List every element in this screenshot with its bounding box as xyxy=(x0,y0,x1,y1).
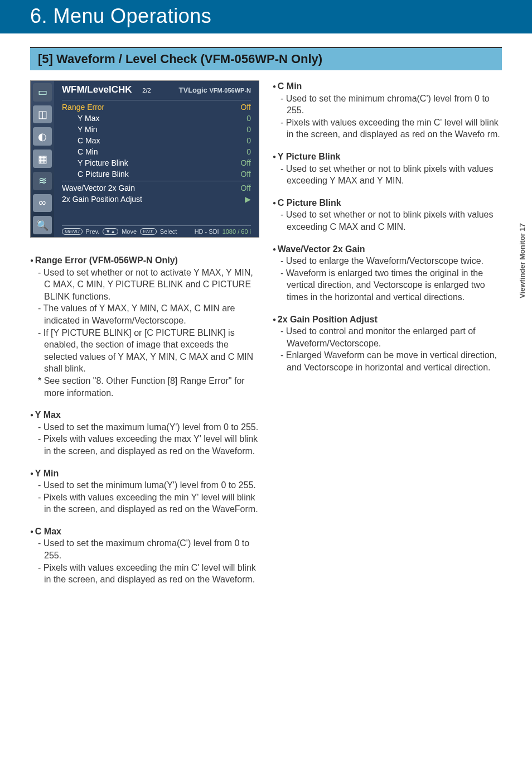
item-subline: - The values of Y MAX, Y MIN, C MAX, C M… xyxy=(38,302,259,326)
menu-button-label: MENU xyxy=(62,228,83,235)
item-note: * See section "8. Other Function [8] Ran… xyxy=(30,375,259,399)
item-heading: Y Picture Blink xyxy=(273,151,502,163)
ent-button-label: ENT. xyxy=(140,228,157,235)
menu-item: Range ErrorOff xyxy=(62,102,251,113)
menu-item-label: Y Picture Blink xyxy=(62,158,128,167)
doc-item: C Picture Blink- Used to set whether or … xyxy=(273,197,502,233)
menu-model: VFM-056WP-N xyxy=(209,87,251,94)
menu-item-label: Range Error xyxy=(62,103,104,112)
left-column: ▭ ◫ ◐ ▦ ≋ ∞ 🔍 WFM/LevelCHK 2/2 TVLogic V… xyxy=(30,80,259,596)
menu-screenshot: ▭ ◫ ◐ ▦ ≋ ∞ 🔍 WFM/LevelCHK 2/2 TVLogic V… xyxy=(30,80,259,238)
side-page-label: Viewfinder Monitor 17 xyxy=(518,223,526,298)
item-heading: Y Min xyxy=(30,467,259,480)
menu-item: Y Min0 xyxy=(62,124,251,135)
item-subline: - Used to set the minimum chroma(C') lev… xyxy=(280,93,502,117)
waveform-icon: ≋ xyxy=(33,172,52,190)
item-sublist: - Used to control and monitor the enlarg… xyxy=(273,325,502,373)
menu-item-label: C Min xyxy=(62,147,98,156)
menu-item-label: Y Min xyxy=(62,125,98,134)
menu-item-value: Off xyxy=(241,184,251,192)
item-subline: - Used to set whether or not to blink pi… xyxy=(280,163,502,187)
item-subline: - Pixels with values exceeding the min Y… xyxy=(38,491,259,515)
doc-item: Range Error (VFM-056WP-N Only)- Used to … xyxy=(30,254,259,399)
item-sublist: - Used to set the minimum luma(Y') level… xyxy=(30,479,259,515)
item-sublist: - Used to set whether or not to blink pi… xyxy=(273,209,502,233)
menu-item-label: C Picture Blink xyxy=(62,170,129,179)
foot-signal: HD - SDI xyxy=(195,228,219,235)
foot-select: Select xyxy=(160,228,177,235)
item-subline: - Pixels with values exceeding the min C… xyxy=(280,117,502,141)
menu-item: C Min0 xyxy=(62,146,251,157)
item-heading: Y Max xyxy=(30,409,259,421)
item-sublist: - Used to enlarge the Waveform/Vectorsco… xyxy=(273,255,502,303)
menu-item-value: Off xyxy=(241,170,251,179)
item-sublist: - Used to set whether or not to activate… xyxy=(30,267,259,375)
item-heading: Range Error (VFM-056WP-N Only) xyxy=(30,254,259,267)
doc-item: 2x Gain Position Adjust- Used to control… xyxy=(273,314,502,374)
menu-item-label: C Max xyxy=(62,136,100,145)
monitor-icon: ▭ xyxy=(33,83,52,102)
menu-icon-bar: ▭ ◫ ◐ ▦ ≋ ∞ 🔍 xyxy=(31,81,54,237)
item-subline: - Enlarged Waveform can be move in verti… xyxy=(280,349,502,373)
menu-item: Wave/Vector 2x GainOff xyxy=(62,182,251,194)
item-heading: 2x Gain Position Adjust xyxy=(273,314,502,326)
item-subline: - If [Y PICTURE BLINK] or [C PICTURE BLI… xyxy=(38,327,259,375)
item-sublist: - Used to set whether or not to blink pi… xyxy=(273,163,502,187)
item-subline: - Used to set whether or not to blink pi… xyxy=(280,209,502,233)
item-sublist: - Used to set the minimum chroma(C') lev… xyxy=(273,93,502,141)
menu-item: C Max0 xyxy=(62,135,251,146)
doc-item: Y Picture Blink- Used to set whether or … xyxy=(273,151,502,187)
item-heading: C Picture Blink xyxy=(273,197,502,209)
menu-item-label: 2x Gain Position Adjust xyxy=(62,195,142,204)
doc-item: C Min- Used to set the minimum chroma(C'… xyxy=(273,80,502,141)
item-subline: - Pixels with values exceeding the min C… xyxy=(38,562,259,586)
camera-icon: ▦ xyxy=(33,150,52,168)
divider xyxy=(62,181,251,181)
foot-resolution: 1080 / 60 i xyxy=(223,228,251,235)
menu-item-value: 0 xyxy=(246,125,251,134)
adjust-icon: ◐ xyxy=(33,127,52,146)
item-sublist: - Used to set the maximum chroma(C') lev… xyxy=(30,537,259,585)
item-subline: - Used to control and monitor the enlarg… xyxy=(280,325,502,349)
foot-prev: Prev. xyxy=(86,228,100,235)
item-subline: - Used to set the minimum luma(Y') level… xyxy=(38,479,259,491)
right-column: C Min- Used to set the minimum chroma(C'… xyxy=(273,80,502,596)
doc-item: Y Min- Used to set the minimum luma(Y') … xyxy=(30,467,259,515)
item-subline: - Used to set the maximum luma(Y') level… xyxy=(38,421,259,433)
menu-item-value: 0 xyxy=(246,114,251,123)
menu-item-label: Y Max xyxy=(62,114,99,123)
menu-footer: MENU Prev. ▼▲ Move ENT. Select HD - SDI … xyxy=(62,225,251,235)
menu-brand: TVLogic xyxy=(179,86,207,94)
menu-item: Y Max0 xyxy=(62,113,251,124)
foot-move: Move xyxy=(122,228,137,235)
arrows-button-label: ▼▲ xyxy=(103,228,118,235)
search-icon: 🔍 xyxy=(33,216,52,234)
item-heading: Wave/Vector 2x Gain xyxy=(273,243,502,255)
item-subline: - Pixels with values exceeding the max Y… xyxy=(38,433,259,457)
menu-item-value: ▶ xyxy=(245,195,251,204)
menu-item-value: 0 xyxy=(246,147,251,156)
item-subline: - Used to enlarge the Waveform/Vectorsco… xyxy=(280,255,502,267)
menu-item-value: Off xyxy=(241,158,251,167)
doc-item: Wave/Vector 2x Gain- Used to enlarge the… xyxy=(273,243,502,303)
crop-icon: ◫ xyxy=(33,105,52,124)
menu-item: 2x Gain Position Adjust▶ xyxy=(62,194,251,205)
menu-item-label: Wave/Vector 2x Gain xyxy=(62,184,135,192)
menu-page: 2/2 xyxy=(134,87,151,94)
menu-panel: WFM/LevelCHK 2/2 TVLogic VFM-056WP-N Ran… xyxy=(54,81,259,237)
item-heading: C Max xyxy=(30,525,259,538)
menu-title-row: WFM/LevelCHK 2/2 TVLogic VFM-056WP-N xyxy=(62,84,251,95)
menu-item: Y Picture BlinkOff xyxy=(62,157,251,168)
item-subline: - Used to set whether or not to activate… xyxy=(38,267,259,303)
chapter-title: 6. Menu Operations xyxy=(0,0,532,33)
item-heading: C Min xyxy=(273,80,502,93)
link-icon: ∞ xyxy=(33,194,52,213)
item-note-line: * See section "8. Other Function [8] Ran… xyxy=(38,375,259,399)
menu-title: WFM/LevelCHK xyxy=(62,84,132,95)
item-sublist: - Used to set the maximum luma(Y') level… xyxy=(30,421,259,457)
doc-item: C Max- Used to set the maximum chroma(C'… xyxy=(30,525,259,586)
divider xyxy=(62,100,251,100)
doc-item: Y Max- Used to set the maximum luma(Y') … xyxy=(30,409,259,457)
section-title: [5] Waveform / Level Check (VFM-056WP-N … xyxy=(30,47,502,70)
menu-item-value: 0 xyxy=(246,136,251,145)
